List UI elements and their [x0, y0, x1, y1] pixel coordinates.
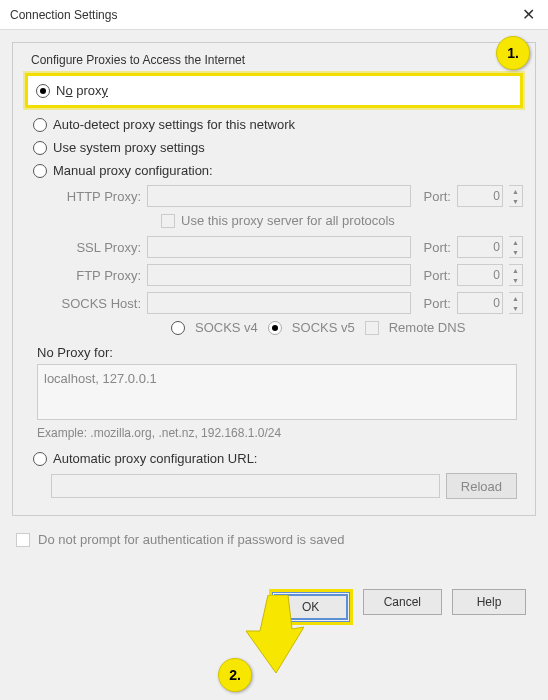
remote-dns-checkbox[interactable]	[365, 321, 379, 335]
socks-host-label: SOCKS Host:	[51, 296, 141, 311]
radio-icon	[33, 164, 47, 178]
radio-manual-proxy[interactable]: Manual proxy configuration:	[31, 162, 523, 179]
window-title: Connection Settings	[10, 8, 117, 22]
radio-auto-config-url[interactable]: Automatic proxy configuration URL:	[31, 450, 523, 467]
ssl-proxy-input[interactable]	[147, 236, 411, 258]
socks-v4-label: SOCKS v4	[195, 320, 258, 335]
ftp-proxy-input[interactable]	[147, 264, 411, 286]
radio-label: Automatic proxy configuration URL:	[53, 451, 257, 466]
annotation-step-1: 1.	[496, 36, 530, 70]
ssl-proxy-label: SSL Proxy:	[51, 240, 141, 255]
all-protocols-checkbox[interactable]	[161, 214, 175, 228]
auto-config-url-input[interactable]	[51, 474, 440, 498]
annotation-step-2: 2.	[218, 658, 252, 692]
socks-port-spinner[interactable]: ▲▼	[509, 292, 523, 314]
radio-auto-detect[interactable]: Auto-detect proxy settings for this netw…	[31, 116, 523, 133]
close-icon[interactable]: ✕	[516, 3, 540, 27]
ftp-port-input[interactable]: 0	[457, 264, 503, 286]
ok-button[interactable]: OK	[274, 594, 348, 620]
socks-port-input[interactable]: 0	[457, 292, 503, 314]
ok-button-highlight: OK	[269, 589, 353, 625]
http-port-spinner[interactable]: ▲▼	[509, 185, 523, 207]
ftp-port-spinner[interactable]: ▲▼	[509, 264, 523, 286]
radio-socks-v4[interactable]	[171, 321, 185, 335]
auth-prompt-label: Do not prompt for authentication if pass…	[38, 532, 344, 547]
radio-label: Auto-detect proxy settings for this netw…	[53, 117, 295, 132]
socks-host-input[interactable]	[147, 292, 411, 314]
proxy-config-panel: Configure Proxies to Access the Internet…	[12, 42, 536, 516]
dialog-body: Configure Proxies to Access the Internet…	[0, 30, 548, 700]
no-proxy-highlight: No proxy	[25, 73, 523, 108]
radio-no-proxy[interactable]: No proxy	[34, 82, 514, 99]
ftp-port-label: Port:	[417, 268, 451, 283]
socks-port-label: Port:	[417, 296, 451, 311]
radio-label: No proxy	[56, 83, 108, 98]
radio-socks-v5[interactable]	[268, 321, 282, 335]
http-port-label: Port:	[417, 189, 451, 204]
cancel-button[interactable]: Cancel	[363, 589, 442, 615]
radio-icon	[33, 452, 47, 466]
radio-icon	[36, 84, 50, 98]
socks-v5-label: SOCKS v5	[292, 320, 355, 335]
http-proxy-input[interactable]	[147, 185, 411, 207]
reload-button[interactable]: Reload	[446, 473, 517, 499]
http-proxy-label: HTTP Proxy:	[51, 189, 141, 204]
dialog-button-row: OK Cancel Help	[12, 589, 526, 625]
section-heading: Configure Proxies to Access the Internet	[27, 53, 523, 67]
help-button[interactable]: Help	[452, 589, 526, 615]
ssl-port-spinner[interactable]: ▲▼	[509, 236, 523, 258]
remote-dns-label: Remote DNS	[389, 320, 466, 335]
no-proxy-for-label: No Proxy for:	[37, 345, 523, 360]
radio-label: Use system proxy settings	[53, 140, 205, 155]
http-port-input[interactable]: 0	[457, 185, 503, 207]
no-proxy-example: Example: .mozilla.org, .net.nz, 192.168.…	[37, 426, 517, 440]
titlebar: Connection Settings ✕	[0, 0, 548, 30]
radio-icon	[33, 118, 47, 132]
manual-proxy-fields: HTTP Proxy: Port: 0 ▲▼ Use this proxy se…	[51, 185, 523, 335]
no-proxy-for-textarea[interactable]: localhost, 127.0.0.1	[37, 364, 517, 420]
ssl-port-label: Port:	[417, 240, 451, 255]
ssl-port-input[interactable]: 0	[457, 236, 503, 258]
radio-system-proxy[interactable]: Use system proxy settings	[31, 139, 523, 156]
radio-icon	[33, 141, 47, 155]
all-protocols-label: Use this proxy server for all protocols	[181, 213, 395, 228]
ftp-proxy-label: FTP Proxy:	[51, 268, 141, 283]
radio-label: Manual proxy configuration:	[53, 163, 213, 178]
auth-prompt-checkbox[interactable]	[16, 533, 30, 547]
